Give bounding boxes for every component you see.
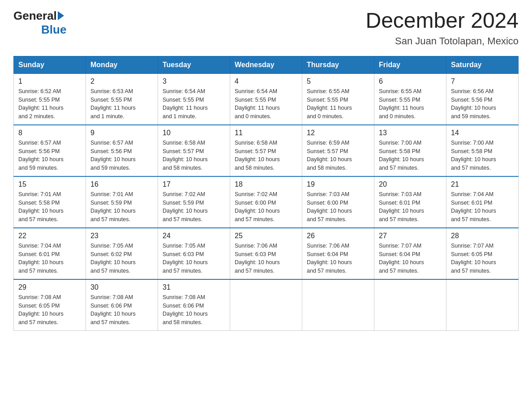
calendar-cell: 8Sunrise: 6:57 AM Sunset: 5:56 PM Daylig…: [14, 125, 86, 176]
day-info: Sunrise: 7:05 AM Sunset: 6:03 PM Dayligh…: [163, 242, 225, 275]
day-number: 22: [18, 232, 81, 240]
calendar-cell: 21Sunrise: 7:04 AM Sunset: 6:01 PM Dayli…: [446, 176, 519, 228]
day-number: 25: [235, 232, 297, 240]
header-tuesday: Tuesday: [158, 56, 230, 73]
calendar-cell: 22Sunrise: 7:04 AM Sunset: 6:01 PM Dayli…: [14, 228, 86, 279]
calendar-cell: 12Sunrise: 6:59 AM Sunset: 5:57 PM Dayli…: [302, 125, 374, 176]
calendar-cell: 23Sunrise: 7:05 AM Sunset: 6:02 PM Dayli…: [86, 228, 158, 279]
day-number: 26: [307, 232, 369, 240]
header-friday: Friday: [374, 56, 446, 73]
day-number: 12: [307, 129, 369, 137]
calendar-cell: 27Sunrise: 7:07 AM Sunset: 6:04 PM Dayli…: [374, 228, 446, 279]
calendar-cell: 2Sunrise: 6:53 AM Sunset: 5:55 PM Daylig…: [86, 73, 158, 125]
calendar-cell: [374, 279, 446, 331]
day-info: Sunrise: 7:08 AM Sunset: 6:05 PM Dayligh…: [18, 293, 81, 327]
calendar-table: SundayMondayTuesdayWednesdayThursdayFrid…: [13, 56, 519, 331]
day-number: 2: [90, 77, 153, 86]
day-number: 19: [307, 180, 369, 188]
day-info: Sunrise: 7:06 AM Sunset: 6:03 PM Dayligh…: [235, 242, 297, 275]
day-number: 27: [379, 232, 442, 240]
day-info: Sunrise: 7:04 AM Sunset: 6:01 PM Dayligh…: [451, 190, 514, 224]
page-header: General Blue December 2024 San Juan Toto…: [13, 9, 519, 47]
day-number: 17: [163, 180, 225, 188]
day-info: Sunrise: 6:58 AM Sunset: 5:57 PM Dayligh…: [235, 139, 297, 172]
calendar-cell: 20Sunrise: 7:03 AM Sunset: 6:01 PM Dayli…: [374, 176, 446, 228]
calendar-cell: 14Sunrise: 7:00 AM Sunset: 5:58 PM Dayli…: [446, 125, 519, 176]
day-info: Sunrise: 7:05 AM Sunset: 6:02 PM Dayligh…: [90, 242, 153, 275]
day-info: Sunrise: 7:02 AM Sunset: 6:00 PM Dayligh…: [235, 190, 297, 224]
day-number: 3: [163, 77, 225, 86]
day-info: Sunrise: 7:08 AM Sunset: 6:06 PM Dayligh…: [90, 293, 153, 327]
day-number: 8: [18, 129, 81, 137]
day-number: 13: [379, 129, 442, 137]
day-info: Sunrise: 7:08 AM Sunset: 6:06 PM Dayligh…: [163, 293, 225, 327]
day-number: 15: [18, 180, 81, 188]
calendar-cell: 28Sunrise: 7:07 AM Sunset: 6:05 PM Dayli…: [446, 228, 519, 279]
day-number: 23: [90, 232, 153, 240]
logo-arrow-icon: [58, 11, 64, 20]
calendar-cell: 10Sunrise: 6:58 AM Sunset: 5:57 PM Dayli…: [158, 125, 230, 176]
day-number: 5: [307, 77, 369, 86]
day-info: Sunrise: 6:55 AM Sunset: 5:55 PM Dayligh…: [307, 87, 369, 121]
day-info: Sunrise: 6:54 AM Sunset: 5:55 PM Dayligh…: [235, 87, 297, 121]
calendar-cell: [446, 279, 519, 331]
day-number: 20: [379, 180, 442, 188]
calendar-cell: 13Sunrise: 7:00 AM Sunset: 5:58 PM Dayli…: [374, 125, 446, 176]
calendar-cell: 11Sunrise: 6:58 AM Sunset: 5:57 PM Dayli…: [230, 125, 302, 176]
day-number: 29: [18, 283, 81, 291]
header-wednesday: Wednesday: [230, 56, 302, 73]
day-number: 11: [235, 129, 297, 137]
calendar-cell: 17Sunrise: 7:02 AM Sunset: 5:59 PM Dayli…: [158, 176, 230, 228]
calendar-title-section: December 2024 San Juan Totolapan, Mexico: [365, 9, 519, 47]
calendar-cell: 19Sunrise: 7:03 AM Sunset: 6:00 PM Dayli…: [302, 176, 374, 228]
day-number: 10: [163, 129, 225, 137]
calendar-cell: 3Sunrise: 6:54 AM Sunset: 5:55 PM Daylig…: [158, 73, 230, 125]
calendar-cell: 1Sunrise: 6:52 AM Sunset: 5:55 PM Daylig…: [14, 73, 86, 125]
day-info: Sunrise: 6:55 AM Sunset: 5:55 PM Dayligh…: [379, 87, 442, 121]
day-number: 1: [18, 77, 81, 86]
calendar-cell: 6Sunrise: 6:55 AM Sunset: 5:55 PM Daylig…: [374, 73, 446, 125]
header-saturday: Saturday: [446, 56, 519, 73]
day-info: Sunrise: 7:03 AM Sunset: 6:01 PM Dayligh…: [379, 190, 442, 224]
day-info: Sunrise: 6:52 AM Sunset: 5:55 PM Dayligh…: [18, 87, 81, 121]
calendar-cell: 9Sunrise: 6:57 AM Sunset: 5:56 PM Daylig…: [86, 125, 158, 176]
day-number: 16: [90, 180, 153, 188]
calendar-cell: 18Sunrise: 7:02 AM Sunset: 6:00 PM Dayli…: [230, 176, 302, 228]
day-info: Sunrise: 7:00 AM Sunset: 5:58 PM Dayligh…: [379, 139, 442, 172]
calendar-cell: 24Sunrise: 7:05 AM Sunset: 6:03 PM Dayli…: [158, 228, 230, 279]
day-info: Sunrise: 6:56 AM Sunset: 5:56 PM Dayligh…: [451, 87, 514, 121]
calendar-subtitle: San Juan Totolapan, Mexico: [365, 35, 519, 47]
day-info: Sunrise: 6:57 AM Sunset: 5:56 PM Dayligh…: [18, 139, 81, 172]
logo-blue: Blue: [41, 23, 66, 37]
calendar-cell: 7Sunrise: 6:56 AM Sunset: 5:56 PM Daylig…: [446, 73, 519, 125]
calendar-week-1: 1Sunrise: 6:52 AM Sunset: 5:55 PM Daylig…: [14, 73, 519, 125]
calendar-cell: 5Sunrise: 6:55 AM Sunset: 5:55 PM Daylig…: [302, 73, 374, 125]
calendar-title: December 2024: [365, 9, 519, 33]
day-info: Sunrise: 6:57 AM Sunset: 5:56 PM Dayligh…: [90, 139, 153, 172]
day-number: 18: [235, 180, 297, 188]
day-number: 7: [451, 77, 514, 86]
day-number: 4: [235, 77, 297, 86]
day-info: Sunrise: 7:07 AM Sunset: 6:04 PM Dayligh…: [379, 242, 442, 275]
calendar-week-3: 15Sunrise: 7:01 AM Sunset: 5:58 PM Dayli…: [14, 176, 519, 228]
day-info: Sunrise: 7:03 AM Sunset: 6:00 PM Dayligh…: [307, 190, 369, 224]
calendar-week-2: 8Sunrise: 6:57 AM Sunset: 5:56 PM Daylig…: [14, 125, 519, 176]
day-info: Sunrise: 7:06 AM Sunset: 6:04 PM Dayligh…: [307, 242, 369, 275]
day-number: 28: [451, 232, 514, 240]
header-monday: Monday: [86, 56, 158, 73]
calendar-cell: 25Sunrise: 7:06 AM Sunset: 6:03 PM Dayli…: [230, 228, 302, 279]
day-info: Sunrise: 7:01 AM Sunset: 5:58 PM Dayligh…: [18, 190, 81, 224]
calendar-cell: 15Sunrise: 7:01 AM Sunset: 5:58 PM Dayli…: [14, 176, 86, 228]
calendar-cell: 31Sunrise: 7:08 AM Sunset: 6:06 PM Dayli…: [158, 279, 230, 331]
day-number: 21: [451, 180, 514, 188]
logo: General Blue: [13, 9, 66, 37]
day-info: Sunrise: 6:58 AM Sunset: 5:57 PM Dayligh…: [163, 139, 225, 172]
day-info: Sunrise: 7:07 AM Sunset: 6:05 PM Dayligh…: [451, 242, 514, 275]
calendar-week-5: 29Sunrise: 7:08 AM Sunset: 6:05 PM Dayli…: [14, 279, 519, 331]
day-info: Sunrise: 7:02 AM Sunset: 5:59 PM Dayligh…: [163, 190, 225, 224]
day-number: 6: [379, 77, 442, 86]
day-number: 9: [90, 129, 153, 137]
calendar-cell: 4Sunrise: 6:54 AM Sunset: 5:55 PM Daylig…: [230, 73, 302, 125]
calendar-week-4: 22Sunrise: 7:04 AM Sunset: 6:01 PM Dayli…: [14, 228, 519, 279]
day-number: 31: [163, 283, 225, 291]
